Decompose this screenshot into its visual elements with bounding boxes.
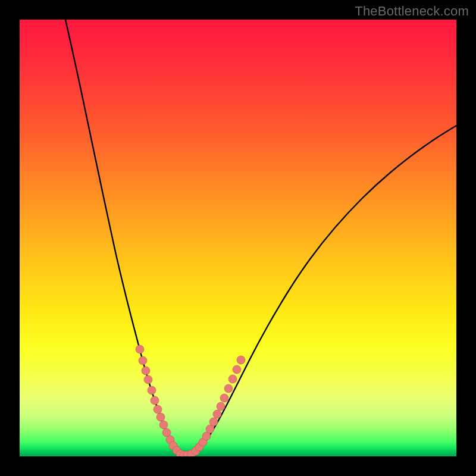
data-dot xyxy=(213,410,221,418)
data-dot xyxy=(209,418,218,426)
bottleneck-curve-left xyxy=(65,20,184,456)
data-dot xyxy=(220,394,228,402)
data-dot xyxy=(136,345,144,353)
curve-svg xyxy=(20,20,456,456)
chart-container: TheBottleneck.com xyxy=(0,0,476,476)
data-dot xyxy=(224,384,233,393)
data-dot xyxy=(151,396,159,405)
data-dot xyxy=(144,375,152,384)
data-dot xyxy=(139,356,147,365)
data-dot xyxy=(142,367,150,375)
data-dot xyxy=(159,421,168,429)
data-dot xyxy=(154,405,162,414)
data-dot xyxy=(217,402,225,411)
plot-area xyxy=(20,20,456,456)
data-dot xyxy=(233,365,241,374)
data-dot xyxy=(148,386,156,394)
data-dot xyxy=(228,375,237,383)
data-dot xyxy=(156,413,165,421)
watermark-text: TheBottleneck.com xyxy=(355,4,469,19)
data-dot xyxy=(237,356,245,364)
